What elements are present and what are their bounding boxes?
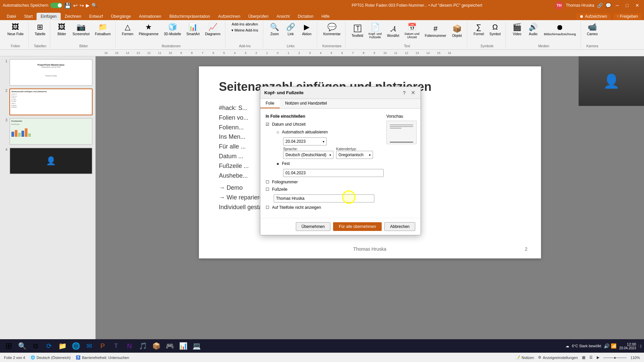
tabelle-button[interactable]: ⊞ Tabelle [33,21,47,37]
datum-button[interactable]: 📅Datum undUhrzeit [402,21,421,40]
zoom-button[interactable]: 🔍Zoom [267,21,282,37]
kommentar-button[interactable]: 💬Kommentar [321,21,343,37]
slide-image-2[interactable]: Seitenanzahl einfügen und platzieren #ha… [9,88,93,115]
accessibility-status[interactable]: ♿Barrierefreiheit: Untersuchen [76,355,129,360]
tab-entwurf[interactable]: Entwurf [85,13,107,20]
tab-bildschirm[interactable]: Bildschirmpräsentation [165,13,214,20]
slide-thumb-1[interactable]: 1 PowerPoint Masterclass Präsentieren wi… [3,59,93,86]
meine-addins-button[interactable]: ▾ Meine Add-Ins [229,27,260,33]
tab-ansicht[interactable]: Ansicht [272,13,293,20]
neue-folie-button[interactable]: 🖼 Neue Folie [5,21,25,37]
present-icon[interactable]: ▶ [86,3,90,8]
maximize-button[interactable]: □ [624,2,631,9]
notes-button[interactable]: 📝Notizen [516,355,534,360]
dialog-tab-folie[interactable]: Folie [260,99,280,108]
symbol-button[interactable]: ΩSymbol [487,21,502,37]
aufzeichnen-button[interactable]: ⏺Aufzeichnen [576,13,610,19]
display-settings-button[interactable]: ⚙Anzeigeeinstellungen [538,355,578,360]
taskbar-teams-button[interactable]: T [110,340,122,352]
tab-dictation[interactable]: Dictation [294,13,318,20]
taskbar-onenote-button[interactable]: N [123,340,136,352]
textfeld-button[interactable]: 🅃Textfeld [350,23,365,39]
dialog-tab-notizen[interactable]: Notizen und Handzettel [280,99,332,108]
taskbar-misc1-button[interactable]: 🎵 [137,340,149,352]
tab-datei[interactable]: Datei [3,13,20,20]
system-tray[interactable]: 🔊 📶 [604,343,616,349]
slide-image-1[interactable]: PowerPoint Masterclass Präsentieren wie … [9,59,93,86]
taskbar-misc4-button[interactable]: 📊 [177,340,189,352]
formel-button[interactable]: ∑Formel [471,21,486,37]
sprache-dropdown[interactable]: Deutsch (Deutschland) ▾ [283,151,333,159]
dialog-help-button[interactable]: ? [401,90,407,96]
bilder-button[interactable]: 🖼Bilder [54,21,69,37]
view-outline-button[interactable]: ☰ [589,355,593,360]
tab-zeichnen[interactable]: Zeichnen [61,13,85,20]
tab-animationen[interactable]: Animationen [135,13,165,20]
taskbar-explorer-button[interactable]: 📁 [56,340,68,352]
search-icon[interactable]: 🔍 [92,3,97,8]
show-desktop[interactable]: | [639,344,641,348]
tab-einfugen[interactable]: Einfügen [37,13,60,20]
comment-icon[interactable]: 💬 [605,3,611,8]
auto-date-dropdown[interactable]: 20.04.2023 ▾ [283,137,327,145]
cameo-button[interactable]: 📹Cameo [585,21,600,37]
bildschirmaufzeichnung-button[interactable]: ⏺Bildschirmaufzeichnung [542,22,578,37]
datum-checkbox[interactable] [266,122,269,127]
tab-aufzeichnen[interactable]: Aufzeichnen [214,13,244,20]
slide-image-3[interactable]: Kursbaustein Anmeldungen... [9,118,93,145]
taskbar-misc2-button[interactable]: 📦 [150,340,162,352]
kalendertyp-dropdown[interactable]: Gregorianisch ▾ [336,151,373,159]
freigeben-button[interactable]: ↑Freigeben [613,13,641,19]
taskbar-taskview-button[interactable]: ⧉ [30,340,42,352]
abbrechen-button[interactable]: Abbrechen [384,222,415,231]
tab-hilfe[interactable]: Hilfe [317,13,333,20]
tab-uberprufen[interactable]: Überprüfen [244,13,272,20]
close-button[interactable]: ✕ [633,2,641,9]
slide-thumb-3[interactable]: 3 Kursbaustein Anmeldungen... [3,118,93,145]
taskbar-misc5-button[interactable]: 💻 [191,340,203,352]
alle-ubernehmen-button[interactable]: Für alle übernehmen [333,222,382,231]
taskbar-powerpoint-button[interactable]: P [97,340,109,352]
share-icon[interactable]: 🔗 [597,3,603,8]
piktogramme-button[interactable]: ★Piktogramme [137,21,161,37]
auto-update-radio[interactable] [276,129,279,135]
dialog-close-button[interactable]: ✕ [410,89,417,96]
kopf-fusszeile-button[interactable]: 📄Kopf- undFußzeile [367,21,384,40]
addins-abrufen-button[interactable]: Add-Ins abrufen [230,21,260,27]
view-normal-button[interactable]: ▦ [582,355,585,360]
taskbar-start-button[interactable]: ⊞ [3,340,15,352]
video-button[interactable]: 🎬Video [510,21,525,37]
language-status[interactable]: 🌐Deutsch (Österreich) [31,355,70,360]
diagramm-button[interactable]: 📈Diagramm [203,21,222,37]
minimize-button[interactable]: ─ [614,2,621,9]
undo-icon[interactable]: ↩ [73,2,77,9]
taskbar-misc3-button[interactable]: 🎮 [164,340,176,352]
aktion-button[interactable]: ▶Aktion [300,21,314,37]
formen-button[interactable]: △Formen [120,21,135,37]
fest-radio[interactable] [276,161,279,166]
fuszeile-checkbox[interactable] [266,187,269,192]
redo-icon[interactable]: ↪ [79,2,84,9]
zoom-slider[interactable]: ────●──── [603,356,627,360]
fotoalbum-button[interactable]: 📁Fotoalbum [93,21,113,37]
taskbar-chrome-button[interactable]: 🌐 [70,340,82,352]
workspace[interactable]: Seitenanzahl einfügen und platzieren #ha… [96,56,644,353]
foliennummer-button[interactable]: #Foliennummer [423,23,448,39]
folionnummer-checkbox[interactable] [266,180,269,184]
tab-ubergange[interactable]: Übergänge [107,13,135,20]
taskbar-search-button[interactable]: 🔍 [16,340,28,352]
fest-date-input[interactable] [283,169,384,177]
objekt-button[interactable]: 📦Objekt [449,23,464,39]
wordart-button[interactable]: 𝓐WordArt [385,23,401,39]
slide-image-4[interactable]: 👤 [9,147,93,174]
taskbar-outlook-button[interactable]: ✉ [83,340,95,352]
ubernehmen-button[interactable]: Übernehmen [296,222,330,231]
slide-thumb-2[interactable]: 2 Seitenanzahl einfügen und platzieren #… [3,88,93,115]
audio-button[interactable]: 🔊Audio [526,21,541,37]
save-icon[interactable]: 💾 [64,2,71,9]
titelfolie-checkbox[interactable] [266,205,269,210]
link-button[interactable]: 🔗Link [283,21,298,37]
smartart-button[interactable]: 📊SmartArt [184,21,202,37]
slide-thumb-4[interactable]: 4 👤 [3,147,93,174]
tab-start[interactable]: Start [20,13,37,20]
